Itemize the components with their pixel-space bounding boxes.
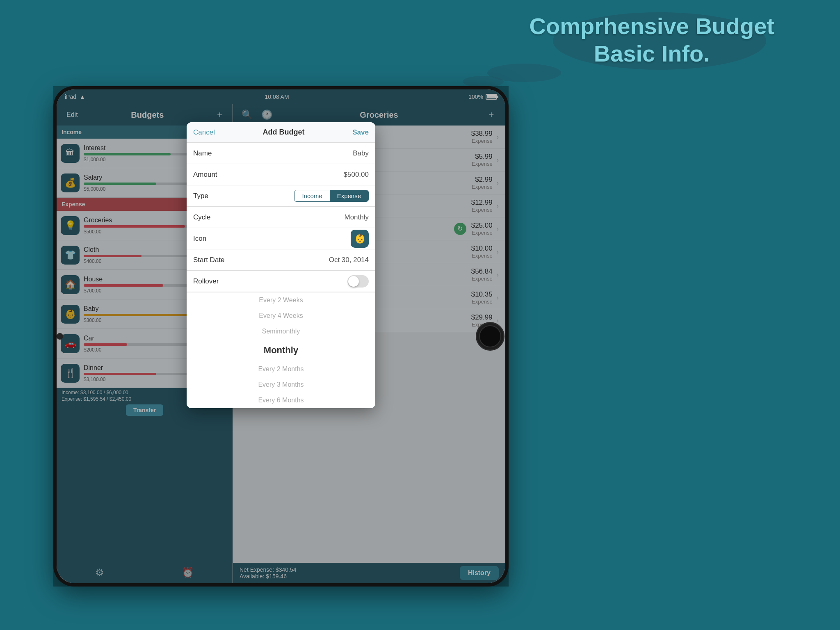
cycle-every3months[interactable]: Every 3 Months	[187, 377, 375, 393]
cycle-every6months[interactable]: Every 6 Months	[187, 393, 375, 408]
modal-type-row: Type Income Expense	[187, 185, 375, 207]
ipad-screen: iPad ▲ 10:08 AM 100% Edit Budgets +	[57, 89, 505, 583]
type-income-button[interactable]: Income	[294, 190, 329, 201]
type-label: Type	[193, 192, 242, 200]
modal-amount-row[interactable]: Amount $500.00	[187, 164, 375, 185]
rollover-toggle[interactable]	[347, 275, 369, 288]
icon-selector-button[interactable]: 👶	[351, 230, 369, 248]
cycle-value: Monthly	[242, 213, 369, 221]
start-date-value: Oct 30, 2014	[242, 256, 369, 264]
modal-header: Cancel Add Budget Save	[187, 122, 375, 143]
toggle-knob	[348, 276, 359, 287]
cycle-every4weeks[interactable]: Every 4 Weeks	[187, 308, 375, 324]
cycle-monthly[interactable]: Monthly	[187, 339, 375, 361]
modal-name-row[interactable]: Name Baby	[187, 143, 375, 164]
cycle-semimonthly[interactable]: Semimonthly	[187, 324, 375, 339]
hero-text: Comprhensive Budget Basic Info.	[530, 12, 774, 67]
cycle-label: Cycle	[193, 213, 242, 221]
modal-icon-row[interactable]: Icon 👶	[187, 228, 375, 249]
modal-start-date-row[interactable]: Start Date Oct 30, 2014	[187, 249, 375, 271]
cycle-every2months[interactable]: Every 2 Months	[187, 361, 375, 377]
modal-overlay: Cancel Add Budget Save Name Baby Amount …	[57, 89, 505, 583]
modal-rollover-row: Rollover	[187, 271, 375, 292]
amount-label: Amount	[193, 171, 242, 179]
modal-cancel-button[interactable]: Cancel	[193, 128, 215, 137]
cycle-picker: Every 2 Weeks Every 4 Weeks Semimonthly …	[187, 292, 375, 408]
name-value: Baby	[242, 149, 369, 158]
modal-save-button[interactable]: Save	[352, 128, 369, 137]
icon-label: Icon	[193, 235, 242, 243]
tiny-ellipse	[463, 76, 504, 87]
cycle-every2weeks[interactable]: Every 2 Weeks	[187, 292, 375, 308]
name-label: Name	[193, 149, 242, 158]
ipad-frame: iPad ▲ 10:08 AM 100% Edit Budgets +	[53, 86, 509, 587]
amount-value: $500.00	[242, 171, 369, 179]
start-date-label: Start Date	[193, 256, 242, 264]
rollover-label: Rollover	[193, 277, 242, 285]
type-selector: Income Expense	[294, 190, 369, 202]
type-expense-button[interactable]: Expense	[330, 190, 368, 201]
add-budget-modal: Cancel Add Budget Save Name Baby Amount …	[187, 122, 375, 408]
modal-title: Add Budget	[263, 128, 305, 137]
modal-cycle-row[interactable]: Cycle Monthly	[187, 207, 375, 228]
